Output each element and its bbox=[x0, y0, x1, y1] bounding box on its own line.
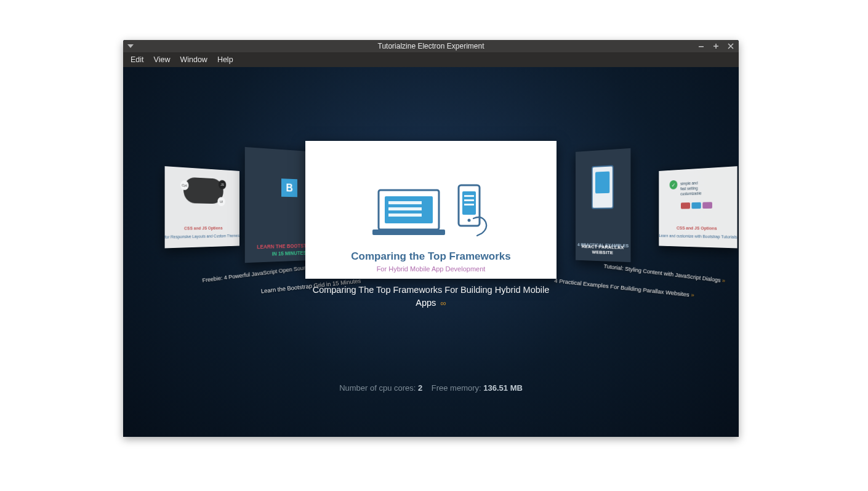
svg-rect-10 bbox=[462, 191, 476, 215]
app-window: Tutorialzine Electron Experiment Edit Vi… bbox=[123, 40, 739, 437]
far-right-sub: Learn and customize with Bootstrap Tutor… bbox=[659, 233, 737, 240]
arrow-icon: » bbox=[721, 277, 725, 284]
carousel-card-far-left[interactable]: Cyc JS UI CSS and JS Options for Respons… bbox=[165, 166, 239, 248]
far-left-sub: for Responsive Layouts and Custom Themes bbox=[165, 233, 239, 240]
carousel-caption-far-left: Freebie: 4 Powerful JavaScript Open Sour… bbox=[202, 265, 300, 283]
link-icon[interactable]: ∞ bbox=[440, 298, 446, 308]
svg-rect-8 bbox=[372, 230, 445, 235]
bootstrap-b-icon: B bbox=[281, 178, 297, 197]
svg-rect-11 bbox=[464, 195, 474, 197]
near-right-sub: REACT PARALLAX WEBSITE bbox=[576, 244, 630, 256]
menu-edit[interactable]: Edit bbox=[126, 54, 149, 66]
minimize-icon[interactable] bbox=[697, 42, 705, 50]
svg-rect-6 bbox=[388, 207, 422, 210]
far-left-heading: CSS and JS Options bbox=[165, 225, 239, 231]
content-area: Cyc JS UI CSS and JS Options for Respons… bbox=[123, 67, 739, 437]
svg-rect-7 bbox=[388, 214, 422, 217]
system-stats: Number of cpu cores: 2 Free memory: 136.… bbox=[123, 383, 739, 393]
svg-rect-0 bbox=[699, 46, 704, 47]
devices-illustration bbox=[371, 184, 491, 237]
svg-rect-5 bbox=[388, 201, 422, 204]
carousel-caption-far-right: Tutorial: Styling Content with JavaScrip… bbox=[603, 263, 720, 283]
svg-rect-2 bbox=[713, 46, 718, 47]
close-icon[interactable] bbox=[726, 42, 735, 50]
arrow-icon: » bbox=[691, 291, 694, 298]
svg-point-14 bbox=[468, 219, 471, 222]
phone-icon bbox=[455, 184, 491, 237]
window-title: Tutorialzine Electron Experiment bbox=[123, 42, 739, 50]
carousel-card-far-right[interactable]: ✓ simple andfast settingcustomizable CSS… bbox=[659, 166, 737, 248]
carousel-card-center[interactable]: Comparing the Top Frameworks For Hybrid … bbox=[305, 141, 557, 279]
titlebar: Tutorialzine Electron Experiment bbox=[123, 40, 739, 52]
window-menu-icon[interactable] bbox=[127, 42, 134, 50]
center-illus-title: Comparing the Top Frameworks bbox=[351, 250, 510, 263]
mem-value: 136.51 MB bbox=[483, 383, 523, 393]
menu-help[interactable]: Help bbox=[212, 54, 238, 66]
far-right-heading: CSS and JS Options bbox=[659, 225, 737, 231]
cores-label: Number of cpu cores: bbox=[339, 383, 416, 393]
center-illus-sub: For Hybrid Mobile App Development bbox=[377, 265, 486, 273]
menu-view[interactable]: View bbox=[149, 54, 175, 66]
cores-value: 2 bbox=[418, 383, 422, 393]
laptop-icon bbox=[371, 189, 446, 237]
svg-rect-13 bbox=[464, 204, 474, 206]
carousel-caption-near-right: 4 Practical Examples For Building Parall… bbox=[554, 277, 659, 295]
menubar: Edit View Window Help bbox=[123, 52, 739, 67]
check-icon: ✓ bbox=[670, 180, 678, 190]
menu-window[interactable]: Window bbox=[175, 54, 212, 66]
carousel-card-near-right[interactable]: 4 PRACTICAL EXAMPLES REACT PARALLAX WEBS… bbox=[576, 148, 630, 262]
svg-rect-12 bbox=[464, 199, 474, 201]
mem-label: Free memory: bbox=[432, 383, 481, 393]
carousel: Cyc JS UI CSS and JS Options for Respons… bbox=[123, 141, 739, 301]
maximize-icon[interactable] bbox=[712, 42, 720, 50]
phone-mini-icon bbox=[592, 165, 614, 209]
